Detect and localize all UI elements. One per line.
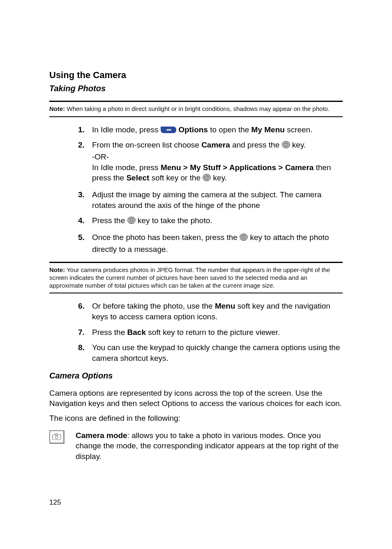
note-label: Note: [49, 105, 65, 112]
step-text: and press the [232, 141, 281, 149]
camera-mode-label: Camera mode [76, 431, 127, 440]
svg-point-12 [242, 236, 245, 238]
step-item: 5. Once the photo has been taken, press … [78, 232, 343, 254]
svg-point-15 [55, 436, 58, 438]
rule [49, 293, 343, 293]
step-text: key to take the photo. [138, 216, 212, 225]
camera-mode-icon [49, 430, 64, 443]
step-bold: Camera [201, 141, 230, 149]
svg-point-11 [241, 235, 246, 239]
step-item: 4. Press the key to take the photo. [78, 215, 343, 227]
step-bold: Options [178, 125, 208, 134]
steps-list-a: 1. In Idle mode, press Options to open t… [78, 125, 343, 254]
page-number: 125 [49, 498, 343, 507]
step-number: 6. [78, 301, 92, 311]
step-number: 2. [78, 140, 92, 150]
step-bold: Menu [215, 302, 235, 310]
step-text: soft key to return to the picture viewer… [148, 328, 280, 337]
step-number: 8. [78, 342, 92, 353]
step-bold: Menu > My Stuff > Applications > Camera [161, 163, 314, 172]
camera-options-intro1: Camera options are represented by icons … [49, 388, 343, 409]
ok-key-icon [127, 216, 136, 227]
step-bold: Select [126, 173, 149, 182]
step-item: 1. In Idle mode, press Options to open t… [78, 125, 343, 135]
step-text: In Idle mode, press [92, 125, 161, 134]
note-sunlight: Note: When taking a photo in direct sunl… [49, 102, 343, 116]
step-item: 7. Press the Back soft key to return to … [78, 327, 343, 338]
step-text: screen. [287, 125, 312, 134]
step-number: 3. [78, 189, 92, 200]
step-item: 6. Or before taking the photo, use the M… [78, 301, 343, 322]
ok-key-icon [240, 233, 248, 244]
softkey-icon [161, 125, 176, 132]
step-text: You can use the keypad to quickly change… [92, 342, 343, 363]
svg-point-9 [130, 219, 133, 221]
camera-mode-desc: Camera mode: allows you to take a photo … [76, 430, 343, 462]
heading-camera-options: Camera Options [49, 371, 343, 381]
step-text: soft key or the [152, 173, 203, 182]
step-item: 2. From the on-screen list choose Camera… [78, 140, 343, 185]
svg-point-5 [204, 175, 209, 180]
step-text: From the on-screen list choose [92, 141, 201, 149]
note-text: Your camera produces photos in JPEG form… [49, 266, 330, 289]
step-text: key. [292, 141, 306, 149]
step-number: 5. [78, 232, 92, 243]
camera-options-intro2: The icons are defined in the following: [49, 413, 343, 424]
step-text: Press the [92, 328, 127, 337]
heading-main: Using the Camera [49, 70, 343, 81]
ok-key-icon [282, 141, 290, 152]
step-text: key. [213, 173, 227, 182]
steps-list-b: 6. Or before taking the photo, use the M… [78, 301, 343, 363]
svg-point-3 [285, 144, 287, 146]
step-or: -OR- [92, 152, 343, 162]
note-label: Note: [49, 266, 65, 273]
step-text: Once the photo has been taken, press the [92, 233, 240, 242]
svg-rect-0 [166, 129, 171, 130]
step-text: Press the [92, 216, 127, 225]
note-text: When taking a photo in direct sunlight o… [65, 105, 330, 112]
step-number: 4. [78, 215, 92, 226]
svg-rect-14 [55, 434, 58, 435]
step-text: Or before taking the photo, use the [92, 302, 215, 310]
svg-point-6 [205, 177, 208, 179]
step-number: 7. [78, 327, 92, 338]
step-bold: My Menu [251, 125, 285, 134]
step-bold: Back [127, 328, 146, 337]
svg-point-8 [129, 218, 134, 222]
step-text: In Idle mode, press [92, 163, 161, 172]
step-text: to open the [210, 125, 251, 134]
rule [49, 116, 343, 117]
step-item: 3. Adjust the image by aiming the camera… [78, 189, 343, 210]
step-item: 8. You can use the keypad to quickly cha… [78, 342, 343, 363]
step-text: Adjust the image by aiming the camera at… [92, 189, 343, 210]
svg-point-2 [284, 143, 288, 147]
svg-rect-13 [53, 435, 61, 440]
heading-taking-photos: Taking Photos [49, 84, 343, 93]
step-number: 1. [78, 125, 92, 135]
camera-mode-row: Camera mode: allows you to take a photo … [49, 430, 343, 462]
note-jpeg: Note: Your camera produces photos in JPE… [49, 263, 343, 293]
ok-key-icon [203, 173, 211, 185]
